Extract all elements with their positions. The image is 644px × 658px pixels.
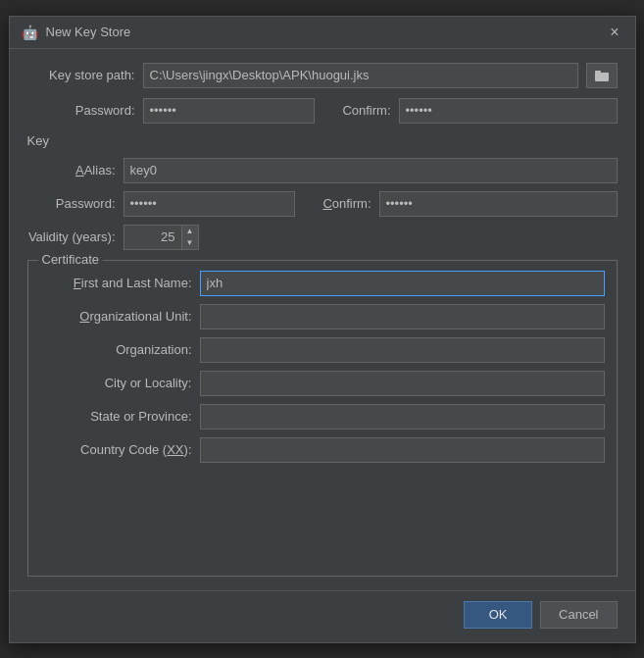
certificate-legend: Certificate	[38, 252, 104, 267]
validity-label: Validity (years):	[27, 229, 116, 244]
browse-button[interactable]	[586, 63, 618, 88]
cert-country-input[interactable]	[200, 437, 605, 463]
keystore-path-row: Key store path:	[27, 63, 618, 88]
cert-state-row: State or Province:	[40, 404, 605, 430]
dialog-title: New Key Store	[46, 25, 599, 39]
key-password-input[interactable]	[124, 191, 295, 217]
close-button[interactable]: ×	[606, 25, 622, 40]
validity-row: Validity (years): ▲ ▼	[27, 225, 618, 250]
cert-first-last-label: First and Last Name:	[40, 276, 192, 290]
cert-org-unit-row: Organizational Unit:	[40, 304, 605, 329]
cert-city-row: City or Locality:	[40, 371, 605, 396]
cert-org-input[interactable]	[200, 337, 605, 363]
folder-icon	[595, 70, 609, 81]
android-icon: 🤖	[22, 25, 38, 40]
key-alias-label: AAlias:	[27, 163, 116, 177]
keystore-confirm-label: Confirm:	[322, 103, 391, 118]
svg-rect-1	[595, 71, 601, 74]
validity-spinner: ▲ ▼	[124, 225, 199, 250]
cert-org-unit-label: Organizational Unit:	[40, 309, 192, 324]
spinner-buttons: ▲ ▼	[182, 225, 199, 250]
dialog-body: Key store path: Password: Confirm: Key	[10, 49, 635, 590]
svg-rect-0	[595, 73, 609, 81]
cert-state-label: State or Province:	[40, 409, 192, 424]
certificate-section: Certificate First and Last Name: Organiz…	[27, 260, 618, 577]
key-password-label: Password:	[27, 196, 116, 211]
keystore-password-row: Password: Confirm:	[27, 98, 618, 124]
cert-country-row: Country Code (XX):	[40, 437, 605, 463]
ok-button[interactable]: OK	[464, 601, 532, 629]
cert-city-input[interactable]	[200, 371, 605, 396]
keystore-path-input[interactable]	[143, 63, 578, 88]
cert-country-label: Country Code (XX):	[40, 442, 192, 457]
spinner-up-button[interactable]: ▲	[182, 226, 198, 237]
cert-state-input[interactable]	[200, 404, 605, 430]
key-alias-row: AAlias:	[27, 158, 618, 183]
key-section-label: Key	[27, 133, 618, 148]
key-password-row: Password: Confirm:	[27, 191, 618, 217]
key-confirm-input[interactable]	[379, 191, 618, 217]
cancel-button[interactable]: Cancel	[540, 601, 617, 629]
dialog-footer: OK Cancel	[10, 590, 635, 642]
validity-input[interactable]	[124, 225, 182, 250]
cert-org-unit-input[interactable]	[200, 304, 605, 329]
key-alias-input[interactable]	[124, 158, 618, 183]
key-section: AAlias: Password: Confirm: Validity (yea…	[27, 158, 618, 250]
keystore-path-label: Key store path:	[27, 68, 135, 82]
key-confirm-label: Confirm:	[303, 196, 372, 211]
cert-org-label: Organization:	[40, 342, 192, 357]
title-bar: 🤖 New Key Store ×	[10, 17, 635, 49]
new-key-store-dialog: 🤖 New Key Store × Key store path: Passwo…	[9, 16, 636, 643]
spinner-down-button[interactable]: ▼	[182, 237, 198, 249]
cert-city-label: City or Locality:	[40, 376, 192, 390]
keystore-password-input[interactable]	[143, 98, 315, 124]
cert-org-row: Organization:	[40, 337, 605, 363]
keystore-password-label: Password:	[27, 103, 135, 118]
cert-first-last-row: First and Last Name:	[40, 271, 605, 296]
cert-first-last-input[interactable]	[200, 271, 605, 296]
keystore-confirm-input[interactable]	[399, 98, 618, 124]
